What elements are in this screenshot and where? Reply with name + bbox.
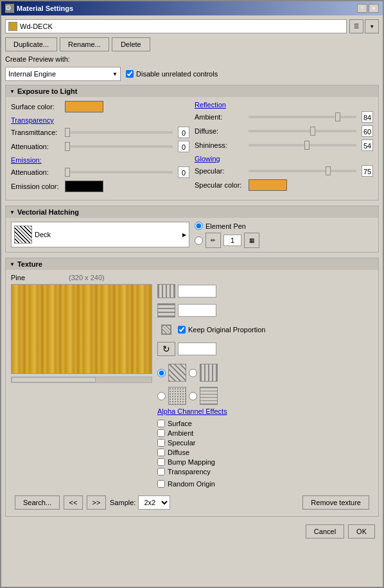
random-origin-label[interactable]: Random Origin xyxy=(157,480,373,488)
pen-number-input[interactable]: 1 xyxy=(223,235,241,246)
emission-attenuation-slider[interactable] xyxy=(65,171,173,174)
shininess-slider[interactable] xyxy=(249,144,356,147)
texture-info-row: Pine (320 x 240) xyxy=(11,274,373,281)
tile-radio-2[interactable] xyxy=(189,369,197,377)
alpha-bump-label[interactable]: Bump Mapping xyxy=(157,458,373,466)
next-button[interactable]: >> xyxy=(87,495,106,510)
disable-unrelated-checkbox-label[interactable]: Disable unrelated controls xyxy=(126,70,218,78)
diffuse-slider[interactable] xyxy=(249,130,356,132)
tile-pattern-3-icon[interactable] xyxy=(168,387,186,405)
alpha-surface-text: Surface xyxy=(168,420,192,427)
hatching-body: Deck ▶ Element Pen ✏ 1 ▦ xyxy=(6,218,378,252)
texture-scrollbar[interactable] xyxy=(11,377,152,383)
tex-field-1-input[interactable]: 3 xyxy=(178,285,216,298)
exposure-section: ▼ Exposure to Light Surface color: Trans… xyxy=(5,85,379,200)
sample-row: Sample: 2x2 4x4 xyxy=(110,495,170,510)
attenuation-slider[interactable] xyxy=(65,145,173,148)
emission-color-swatch[interactable] xyxy=(65,181,103,192)
texture-wood-pattern xyxy=(12,285,152,373)
specular-slider[interactable] xyxy=(249,170,356,172)
alpha-ambient-label[interactable]: Ambient xyxy=(157,429,373,437)
alpha-specular-checkbox[interactable] xyxy=(157,439,165,447)
transmittance-slider[interactable] xyxy=(65,131,173,134)
alpha-diffuse-label[interactable]: Diffuse xyxy=(157,449,373,456)
alpha-specular-text: Specular xyxy=(168,439,195,447)
alpha-specular-label[interactable]: Specular xyxy=(157,439,373,447)
rotation-input[interactable]: 0.00° xyxy=(178,343,216,355)
texture-section: ▼ Texture Pine (320 x 240) xyxy=(5,258,379,517)
tile-radio-1[interactable] xyxy=(157,369,166,377)
emission-label[interactable]: Emission: xyxy=(11,156,189,164)
remove-texture-button[interactable]: Remove texture xyxy=(302,495,369,510)
search-button[interactable]: Search... xyxy=(15,495,60,510)
tile-pattern-1-icon[interactable] xyxy=(168,364,186,382)
random-origin-checkbox[interactable] xyxy=(157,480,165,488)
tile-radio-4[interactable] xyxy=(189,392,197,400)
prev-button[interactable]: << xyxy=(64,495,83,510)
emission-attenuation-row: Attenuation: 0 xyxy=(11,166,189,178)
rename-button[interactable]: Rename... xyxy=(60,37,109,51)
window-title: Material Settings xyxy=(17,4,73,12)
title-bar: ⚙ Material Settings ? ✕ xyxy=(1,1,383,15)
exposure-right-col: Reflection Ambient: 84 Diffuse: 60 xyxy=(195,101,373,196)
custom-pen-radio[interactable] xyxy=(195,236,203,245)
tile-pattern-2-icon[interactable] xyxy=(200,364,218,382)
keep-proportion-text: Keep Original Proportion xyxy=(188,326,265,334)
specular-color-swatch[interactable] xyxy=(249,179,287,191)
duplicate-button[interactable]: Duplicate... xyxy=(5,37,57,51)
texture-main: 3 2'-3" xyxy=(11,284,373,488)
exposure-section-label: Exposure to Light xyxy=(17,87,78,95)
engine-dropdown[interactable]: Internal Engine ▼ xyxy=(5,67,121,81)
ok-button[interactable]: OK xyxy=(348,524,375,539)
surface-color-swatch[interactable] xyxy=(65,101,103,112)
alpha-diffuse-checkbox[interactable] xyxy=(157,449,165,456)
delete-button[interactable]: Delete xyxy=(112,37,150,51)
hatching-pattern-icon xyxy=(14,226,32,244)
diffuse-value: 60 xyxy=(362,125,373,137)
alpha-channel-section: Alpha Channel Effects Surface Ambient xyxy=(157,407,373,488)
keep-proportion-checkbox[interactable] xyxy=(178,326,186,334)
reflection-label[interactable]: Reflection xyxy=(195,101,373,109)
ambient-slider[interactable] xyxy=(249,116,356,118)
keep-proportion-label[interactable]: Keep Original Proportion xyxy=(178,326,265,334)
alpha-ambient-text: Ambient xyxy=(168,429,193,437)
disable-unrelated-checkbox[interactable] xyxy=(126,70,134,78)
transmittance-value: 0 xyxy=(178,127,189,138)
tile-pattern-4-icon[interactable] xyxy=(200,387,218,405)
specular-row: Specular: 75 xyxy=(195,165,373,177)
hatching-list[interactable]: Deck ▶ xyxy=(11,222,189,247)
close-button[interactable]: ✕ xyxy=(369,4,379,13)
material-name-box: Wd-DECK xyxy=(5,19,347,33)
exposure-section-header[interactable]: ▼ Exposure to Light xyxy=(6,85,378,97)
list-icon-button[interactable]: ☰ xyxy=(349,19,363,33)
ambient-label: Ambient: xyxy=(195,113,246,121)
alpha-ambient-checkbox[interactable] xyxy=(157,429,165,437)
cancel-button[interactable]: Cancel xyxy=(306,524,344,539)
emission-attenuation-value: 0 xyxy=(178,166,189,178)
tex-field-2-row: 2'-3" xyxy=(157,303,373,317)
hatching-section-header[interactable]: ▼ Vectorial Hatching xyxy=(6,206,378,218)
help-button[interactable]: ? xyxy=(357,4,367,13)
texture-section-header[interactable]: ▼ Texture xyxy=(6,258,378,270)
title-buttons: ? ✕ xyxy=(357,4,379,13)
tex-field-2-input[interactable]: 2'-3" xyxy=(178,304,216,317)
alpha-surface-label[interactable]: Surface xyxy=(157,420,373,427)
alpha-bump-checkbox[interactable] xyxy=(157,458,165,466)
material-name-bar: Wd-DECK ☰ ▾ xyxy=(5,19,379,33)
element-pen-radio[interactable] xyxy=(195,222,203,230)
transparency-label[interactable]: Transparency xyxy=(11,116,189,124)
glowing-label[interactable]: Glowing xyxy=(195,155,373,163)
alpha-surface-checkbox[interactable] xyxy=(157,420,165,427)
shininess-row: Shininess: 54 xyxy=(195,139,373,151)
element-pen-radio-group: Element Pen xyxy=(195,222,373,230)
transmittance-label: Transmittance: xyxy=(11,129,62,136)
alpha-transparency-checkbox[interactable] xyxy=(157,468,165,476)
settings-icon-button[interactable]: ▾ xyxy=(365,19,379,33)
specular-color-row: Specular color: xyxy=(195,179,373,191)
sample-select[interactable]: 2x2 4x4 xyxy=(138,495,170,510)
tile-radio-3[interactable] xyxy=(157,392,166,400)
tex-scale-v-icon xyxy=(157,303,175,317)
ambient-row: Ambient: 84 xyxy=(195,111,373,123)
glowing-group: Glowing Specular: 75 Specular color: xyxy=(195,155,373,191)
alpha-transparency-label[interactable]: Transparency xyxy=(157,468,373,476)
